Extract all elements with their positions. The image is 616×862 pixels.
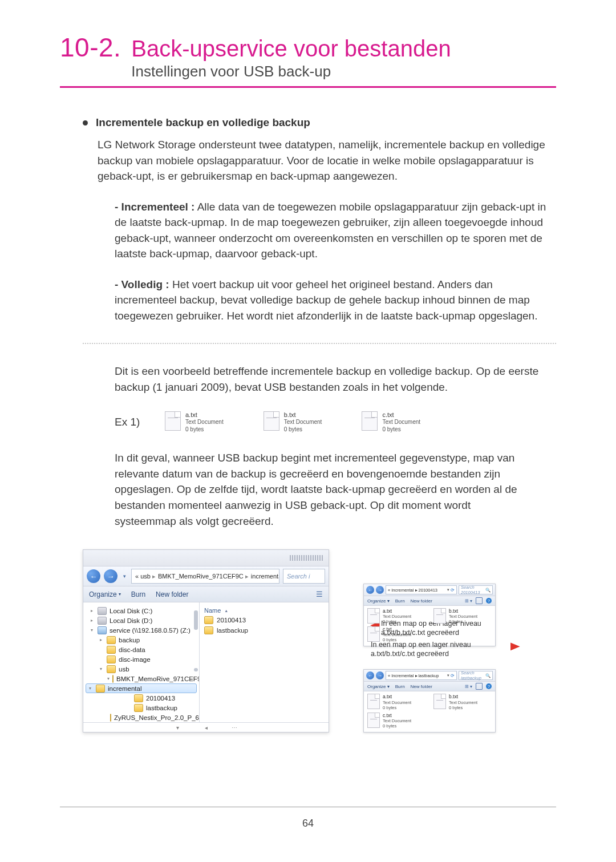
full-label: - Volledig :: [115, 278, 169, 290]
nav-back-button[interactable]: ←: [366, 671, 374, 679]
refresh-icon[interactable]: ⟳: [451, 673, 455, 678]
tree-item[interactable]: ▸Local Disk (D:): [86, 616, 197, 625]
text-file-icon: [367, 713, 380, 728]
folder-icon: [112, 675, 114, 683]
tree-expand-icon[interactable]: ▾: [89, 628, 95, 633]
breadcrumb-segment[interactable]: « usb: [135, 573, 156, 580]
nav-back-button[interactable]: ←: [366, 586, 374, 594]
tree-expand-icon[interactable]: ▾: [107, 676, 110, 681]
text-file-icon: [433, 608, 446, 624]
toolbar-organize[interactable]: Organize ▾: [367, 598, 390, 604]
toolbar-burn[interactable]: Burn: [395, 598, 405, 604]
search-input[interactable]: Search lastbackup🔍: [459, 671, 493, 680]
tree-item[interactable]: ▾usb: [86, 664, 197, 674]
tree-item[interactable]: 20100413: [86, 693, 197, 703]
tree-expand-icon[interactable]: ▸: [89, 618, 95, 623]
list-item-label: 20100413: [217, 617, 246, 624]
list-item-label: lastbackup: [217, 627, 248, 634]
toolbar-organize[interactable]: Organize ▾: [89, 590, 121, 598]
tree-item-label: incremental: [108, 685, 141, 692]
toolbar-view-icon[interactable]: ☰: [316, 590, 323, 598]
help-icon[interactable]: ?: [486, 598, 492, 604]
tree-item[interactable]: ▾BMKT_MemoRive_971CEF9C: [86, 674, 197, 683]
breadcrumb-dropdown-icon[interactable]: ▾: [447, 673, 449, 678]
folder-tree[interactable]: ▸Local Disk (C:)▸Local Disk (D:)▾service…: [83, 602, 200, 722]
tree-item[interactable]: ZyRUS_Nestix_Pro_2.0_P_6BEAC447: [86, 713, 197, 722]
toolbar-new-folder[interactable]: New folder: [411, 684, 432, 689]
file-item: a.txt Text Document 0 bytes: [165, 411, 224, 434]
tree-expand-icon[interactable]: ▸: [89, 608, 95, 613]
status-button[interactable]: ◂: [203, 725, 209, 731]
view-dropdown-icon[interactable]: ⊞ ▾: [465, 598, 472, 604]
incremental-paragraph: - Incrementeel : Alle data van de toegew…: [98, 199, 556, 262]
nav-history-dropdown[interactable]: ▾: [121, 573, 128, 579]
tree-item[interactable]: ▾incremental: [86, 683, 197, 693]
refresh-icon[interactable]: ⟳: [451, 588, 455, 593]
bullet-icon: [83, 120, 88, 126]
help-icon[interactable]: ?: [486, 683, 492, 689]
file-type: Text Document: [383, 700, 411, 705]
toolbar-new-folder[interactable]: New folder: [411, 598, 432, 604]
view-dropdown-icon[interactable]: ⊞ ▾: [465, 684, 472, 689]
tree-item[interactable]: ▸backup: [86, 635, 197, 645]
tree-item[interactable]: lastbackup: [86, 703, 197, 713]
section-heading: Incrementele backup en volledige backup: [96, 116, 310, 129]
search-input[interactable]: Search 20100413🔍: [459, 585, 493, 594]
file-size: 0 bytes: [383, 705, 411, 710]
nav-forward-button[interactable]: →: [376, 671, 384, 679]
preview-pane-icon[interactable]: [476, 597, 483, 604]
file-type: Text Document: [382, 419, 420, 426]
tree-item-label: Local Disk (C:): [110, 608, 152, 614]
file-name: b.txt: [284, 411, 322, 419]
toolbar-organize[interactable]: Organize ▾: [367, 684, 390, 689]
file-type: Text Document: [185, 419, 224, 426]
nav-forward-button[interactable]: →: [104, 569, 117, 583]
tree-expand-icon[interactable]: ▸: [98, 637, 104, 642]
tree-item[interactable]: disc-image: [86, 654, 197, 664]
list-item[interactable]: lastbackup: [202, 625, 326, 636]
tree-item[interactable]: disc-data: [86, 645, 197, 654]
tree-item-label: disc-image: [119, 656, 151, 663]
status-button[interactable]: ▾: [175, 725, 180, 731]
file-size: 0 bytes: [449, 705, 477, 710]
breadcrumb[interactable]: « Incremental ▸ lastbackup▾⟳: [386, 671, 457, 680]
explorer-preview-window: ←→« Incremental ▸ lastbackup▾⟳Search las…: [363, 669, 496, 732]
nav-forward-button[interactable]: →: [376, 586, 384, 594]
tree-item[interactable]: ▸Local Disk (C:): [86, 606, 197, 616]
explorer-window: ← → ▾ « usb BMKT_MemoRive_971CEF9C incre…: [83, 549, 329, 733]
intro-paragraph: LG Network Storage ondersteunt twee data…: [98, 137, 556, 184]
file-type: Text Document: [284, 419, 322, 426]
file-list[interactable]: Name▲ 20100413 lastbackup ◀: [200, 602, 329, 722]
file-name: b.txt: [449, 608, 477, 614]
scrollbar-thumb[interactable]: [194, 610, 198, 630]
annotation-text: In een map op een lager niveau a.txt/b.t…: [381, 620, 519, 637]
file-name: a.txt: [383, 694, 411, 699]
toolbar-burn[interactable]: Burn: [131, 590, 145, 598]
list-item[interactable]: 20100413: [202, 615, 326, 625]
search-input[interactable]: Search i: [283, 569, 325, 584]
breadcrumb[interactable]: « usb BMKT_MemoRive_971CEF9C incremental…: [131, 569, 279, 584]
disk-icon: [98, 607, 107, 615]
breadcrumb-segment[interactable]: BMKT_MemoRive_971CEF9C: [158, 573, 249, 580]
scrollbar-thumb[interactable]: [194, 668, 198, 671]
incremental-label: - Incrementeel :: [115, 201, 194, 213]
breadcrumb-segment[interactable]: incremental: [251, 573, 279, 580]
tree-item[interactable]: ▾service (\\192.168.0.57) (Z:): [86, 625, 197, 635]
list-column-header[interactable]: Name▲: [202, 606, 326, 615]
example-intro: Dit is een voorbeeld betreffende increme…: [115, 363, 556, 395]
file-item[interactable]: b.txtText Document0 bytes: [433, 694, 492, 710]
breadcrumb-dropdown-icon[interactable]: ▾: [447, 588, 449, 592]
toolbar-new-folder[interactable]: New folder: [156, 590, 188, 598]
tree-expand-icon[interactable]: ▾: [87, 686, 93, 691]
nav-back-button[interactable]: ←: [87, 569, 100, 583]
preview-pane-icon[interactable]: [476, 683, 483, 690]
window-titlebar: [83, 550, 329, 566]
file-item[interactable]: a.txtText Document0 bytes: [367, 694, 425, 710]
file-item[interactable]: c.txtText Document0 bytes: [367, 713, 425, 729]
tree-item-label: BMKT_MemoRive_971CEF9C: [116, 675, 200, 682]
toolbar-burn[interactable]: Burn: [395, 684, 405, 689]
file-size: 0 bytes: [185, 426, 224, 434]
breadcrumb[interactable]: « Incremental ▸ 20100413▾⟳: [386, 585, 457, 594]
sort-indicator-icon: ▲: [224, 609, 228, 613]
tree-expand-icon[interactable]: ▾: [98, 666, 104, 671]
